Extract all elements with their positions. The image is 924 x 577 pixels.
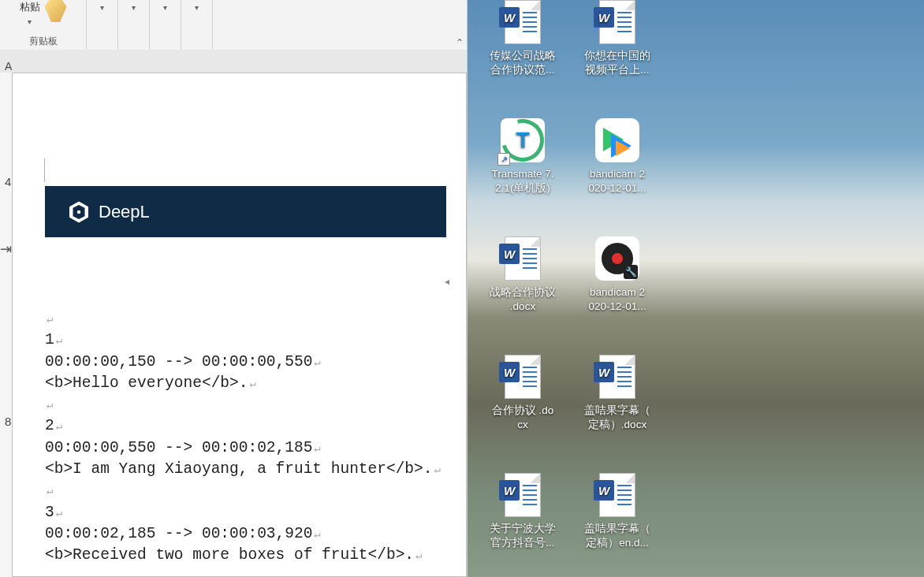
desktop-icon[interactable]: W战略合作协议.docx: [475, 236, 570, 314]
word-file-icon: W: [595, 355, 639, 399]
transmate-app-icon: T↗: [501, 118, 545, 162]
srt-line[interactable]: <b>Hello everyone</b>.↵: [45, 373, 446, 394]
desktop-icon-label: 视频平台上...: [585, 63, 649, 77]
deepl-banner: DeepL: [45, 186, 446, 237]
paste-button[interactable]: 粘贴: [20, 0, 40, 14]
desktop-icon[interactable]: W关于宁波大学官方抖音号...: [475, 473, 570, 550]
desktop-icon[interactable]: W合作协议 .docx: [475, 355, 570, 432]
paragraph-mark-icon: ↵: [312, 356, 320, 369]
word-file-icon: W: [595, 473, 639, 517]
ribbon-group-4: ▾: [150, 0, 181, 50]
desktop-icon-label: .docx: [510, 300, 535, 314]
desktop-icon[interactable]: W传媒公司战略合作协议范...: [475, 0, 570, 77]
ruler-number: 8: [5, 415, 11, 428]
ribbon-group-2: ▾: [87, 0, 118, 50]
chevron-down-icon[interactable]: ▾: [100, 3, 104, 12]
desktop[interactable]: W传媒公司战略合作协议范...W你想在中国的视频平台上...T↗Transmat…: [468, 0, 924, 577]
wrench-icon: 🔧: [624, 265, 638, 279]
word-window: 粘贴 ▾ 剪贴板 ▾ ▾ ▾ ▾ ⌃ A 4 ⇥ 8 Dee: [0, 0, 468, 577]
srt-line[interactable]: ↵: [45, 567, 446, 577]
srt-line[interactable]: 2↵: [45, 415, 446, 437]
ruler-area: [0, 50, 468, 73]
desktop-icon-label: 020-12-01...: [589, 181, 646, 195]
shortcut-arrow-icon: ↗: [497, 153, 510, 166]
chevron-down-icon[interactable]: ▾: [28, 17, 32, 26]
srt-line[interactable]: 00:00:00,150 --> 00:00:00,550↵: [45, 352, 446, 373]
desktop-icon-label: bandicam 2: [590, 167, 645, 181]
collapse-ribbon-icon[interactable]: ⌃: [456, 37, 464, 48]
paragraph-mark-icon: ↵: [54, 507, 62, 519]
srt-line[interactable]: 00:00:00,550 --> 00:00:02,185↵: [45, 437, 446, 459]
desktop-icon[interactable]: T↗Transmate 7.2.1(单机版): [475, 118, 570, 195]
srt-line[interactable]: ↵: [45, 480, 446, 501]
margin-letter: A: [5, 60, 12, 73]
desktop-icon-label: 2.1(单机版): [495, 181, 550, 195]
srt-content[interactable]: ↵1↵00:00:00,150 --> 00:00:00,550↵<b>Hell…: [45, 308, 446, 577]
bandicam-app-icon: 🔧: [595, 236, 639, 281]
deepl-name: DeepL: [99, 202, 150, 222]
desktop-icon[interactable]: W盖咭果字幕（定稿）en.d...: [570, 473, 665, 550]
desktop-icon-label: 关于宁波大学: [490, 522, 556, 536]
chevron-down-icon[interactable]: ▾: [195, 3, 199, 12]
chevron-down-icon[interactable]: ▾: [163, 3, 167, 12]
ribbon-group-3: ▾: [118, 0, 150, 50]
srt-line[interactable]: 00:00:02,185 --> 00:00:03,920↵: [45, 523, 446, 545]
desktop-icon[interactable]: bandicam 2020-12-01...: [570, 118, 665, 195]
paragraph-mark-icon: ↵: [248, 378, 255, 390]
srt-line[interactable]: <b>Received two more boxes of fruit</b>.…: [45, 545, 446, 566]
srt-line[interactable]: ↵: [45, 308, 446, 329]
paragraph-mark-icon: ↵: [54, 420, 62, 433]
word-file-icon: W: [501, 236, 545, 281]
word-file-icon: W: [501, 0, 545, 44]
word-file-icon: W: [501, 473, 545, 517]
paragraph-mark-icon: ↵: [312, 442, 320, 455]
paragraph-mark-icon: ↵: [45, 399, 53, 411]
ribbon: 粘贴 ▾ 剪贴板 ▾ ▾ ▾ ▾ ⌃: [0, 0, 467, 50]
desktop-icon-label: 官方抖音号...: [490, 536, 554, 550]
video-app-icon: [595, 118, 639, 162]
srt-line[interactable]: 1↵: [45, 329, 446, 351]
chevron-down-icon[interactable]: ▾: [132, 3, 136, 12]
desktop-icon-label: 定稿）en.d...: [586, 536, 649, 550]
desktop-icon-label: 020-12-01...: [589, 300, 646, 314]
paragraph-mark-icon: ↵: [45, 485, 53, 497]
margin-mark: [44, 158, 45, 182]
desktop-icon-label: 你想在中国的: [584, 49, 650, 63]
desktop-icon[interactable]: W盖咭果字幕（定稿）.docx: [570, 355, 665, 432]
desktop-icon-label: 盖咭果字幕（: [584, 522, 650, 536]
desktop-icon[interactable]: 🔧bandicam 2020-12-01...: [570, 236, 665, 314]
desktop-icon-label: 合作协议范...: [490, 63, 554, 77]
desktop-icon[interactable]: W你想在中国的视频平台上...: [570, 0, 665, 77]
deepl-logo-icon: [67, 200, 91, 224]
svg-point-2: [77, 210, 81, 214]
desktop-icon-label: 定稿）.docx: [588, 418, 646, 432]
paragraph-mark-icon: ↵: [312, 528, 320, 541]
srt-line[interactable]: <b>I am Yang Xiaoyang, a fruit hunter</b…: [45, 459, 446, 480]
clipboard-group-label: 剪贴板: [0, 33, 86, 50]
clipboard-group: 粘贴 ▾ 剪贴板: [0, 0, 87, 50]
caret-left-icon[interactable]: ◂: [445, 276, 449, 287]
word-file-icon: W: [501, 355, 545, 399]
paragraph-mark-icon: ↵: [54, 334, 62, 347]
desktop-icon-label: bandicam 2: [590, 285, 645, 300]
srt-line[interactable]: 3↵: [45, 502, 446, 523]
desktop-icon-label: cx: [517, 418, 528, 432]
desktop-icon-label: 合作协议 .do: [492, 404, 554, 418]
tab-arrow-icon: ⇥: [0, 240, 12, 258]
ruler-number: 4: [5, 175, 11, 188]
paragraph-mark-icon: ↵: [414, 549, 422, 562]
desktop-icon-label: 战略合作协议: [490, 285, 556, 300]
paragraph-mark-icon: ↵: [45, 571, 53, 577]
desktop-icon-label: 传媒公司战略: [490, 49, 556, 63]
format-painter-icon[interactable]: [45, 0, 67, 22]
word-file-icon: W: [595, 0, 639, 44]
ribbon-group-5: ▾: [181, 0, 213, 50]
paragraph-mark-icon: ↵: [432, 463, 440, 476]
desktop-icon-label: 盖咭果字幕（: [584, 404, 650, 418]
paragraph-mark-icon: ↵: [45, 313, 53, 326]
document-page[interactable]: DeepL ↵1↵00:00:00,150 --> 00:00:00,550↵<…: [12, 73, 467, 577]
desktop-icon-label: Transmate 7.: [491, 167, 553, 181]
srt-line[interactable]: ↵: [45, 394, 446, 415]
